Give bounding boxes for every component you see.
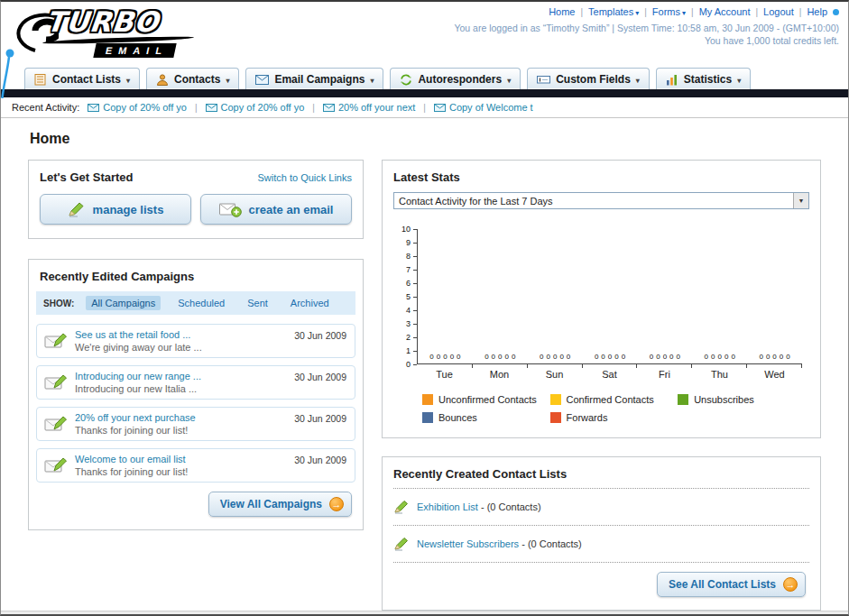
bar-columns: 00000 [484, 354, 515, 362]
recent-activity-item-label: Copy of Welcome t [449, 102, 533, 113]
legend-label: Forwards [567, 412, 608, 423]
view-all-campaigns-button[interactable]: View All Campaigns [208, 492, 352, 517]
login-info: You are logged in as “Timothy Smith” | S… [454, 23, 839, 33]
contacts-icon [156, 74, 169, 86]
arrow-right-icon [329, 497, 344, 511]
right-column: Latest Stats Contact Activity for the La… [382, 160, 821, 611]
email-icon [323, 104, 335, 112]
recent-activity-item[interactable]: Copy of 20% off yo [206, 102, 305, 113]
campaign-row: 20% off your next purchase Thanks for jo… [36, 407, 355, 441]
bar-column: 0 [429, 354, 433, 362]
campaigns-filter-tabs: SHOW: All Campaigns Scheduled Sent Archi… [36, 291, 355, 315]
bar-value-label: 0 [608, 354, 612, 361]
tab-archived[interactable]: Archived [285, 296, 335, 310]
campaign-title-link[interactable]: Introducing our new range ... [75, 371, 201, 382]
dotted-divider [393, 562, 809, 563]
nav-tab-email-campaigns[interactable]: Email Campaigns [245, 68, 383, 89]
top-link-help[interactable]: Help [807, 6, 827, 17]
bar-column: 0 [759, 354, 762, 362]
bar-value-label: 0 [772, 354, 776, 361]
email-campaigns-icon [255, 75, 269, 85]
y-axis-tick-label: 2 [406, 334, 411, 341]
bar-column: 0 [443, 354, 447, 362]
bar-value-label: 0 [553, 354, 557, 361]
nav-tab-contacts[interactable]: Contacts [146, 68, 239, 89]
legend-label: Unconfirmed Contacts [438, 394, 537, 405]
email-icon [206, 104, 217, 112]
bar-columns: 00000 [429, 354, 460, 362]
nav-tab-custom-fields[interactable]: Custom Fields [527, 68, 650, 89]
separator [195, 102, 198, 113]
bar-column: 0 [772, 354, 776, 362]
recent-activity-item[interactable]: 20% off your next [323, 102, 415, 113]
switch-to-quick-links-link[interactable]: Switch to Quick Links [257, 172, 352, 183]
contact-list-link[interactable]: Exhibition List [417, 501, 478, 512]
top-link-my-account[interactable]: My Account [699, 6, 751, 17]
y-axis-tick [413, 297, 417, 298]
legend-swatch [550, 394, 561, 405]
top-link-logout[interactable]: Logout [763, 6, 794, 17]
y-axis-tick [413, 229, 417, 230]
left-column: Let's Get Started Switch to Quick Links … [28, 160, 364, 530]
page: TURBO EMAIL Home Templates Forms My Acco… [0, 0, 849, 616]
get-started-title: Let's Get Started [40, 170, 134, 184]
bar-column: 0 [546, 354, 549, 362]
top-nav: Home Templates Forms My Account Logout H… [454, 6, 839, 17]
recent-activity-item[interactable]: Copy of 20% off yo [88, 102, 187, 113]
manage-lists-label: manage lists [93, 203, 164, 216]
bar-value-label: 0 [443, 354, 447, 361]
recent-activity-bar: Recent Activity: Copy of 20% off yo Copy… [1, 97, 848, 118]
get-started-panel: Let's Get Started Switch to Quick Links … [28, 160, 364, 239]
top-link-home[interactable]: Home [549, 6, 575, 17]
main-content: Home Let's Get Started Switch to Quick L… [1, 118, 848, 611]
nav-tab-contact-lists[interactable]: Contact Lists [24, 68, 140, 89]
nav-tab-autoresponders[interactable]: Autoresponders [390, 68, 521, 89]
tab-scheduled[interactable]: Scheduled [172, 296, 230, 310]
header-right: Home Templates Forms My Account Logout H… [454, 6, 839, 46]
bar-column: 0 [663, 354, 667, 362]
statistics-icon [666, 74, 678, 86]
nav-tab-label: Email Campaigns [274, 73, 365, 86]
bar-column: 0 [669, 354, 673, 362]
bar-value-label: 0 [540, 354, 543, 361]
see-all-contact-lists-label: See All Contact Lists [669, 578, 776, 591]
tab-all-campaigns[interactable]: All Campaigns [86, 296, 161, 310]
page-title: Home [30, 131, 821, 147]
tab-sent[interactable]: Sent [242, 296, 273, 310]
recent-activity-item-label: 20% off your next [338, 102, 415, 113]
campaign-edit-icon [44, 455, 68, 475]
top-link-forms[interactable]: Forms [652, 6, 686, 17]
bar-value-label: 0 [505, 354, 509, 361]
bar-value-label: 0 [622, 354, 625, 361]
create-email-button[interactable]: create an email [200, 194, 352, 225]
contact-list-link[interactable]: Newsletter Subscribers [417, 538, 519, 549]
nav-tab-label: Custom Fields [556, 73, 631, 86]
bar-column: 0 [457, 354, 460, 362]
bar-columns: 00000 [595, 354, 625, 362]
email-icon [88, 104, 99, 112]
contact-lists-icon [34, 74, 47, 86]
stats-filter-value: Contact Activity for the Last 7 Days [399, 196, 553, 207]
bar-value-label: 0 [559, 354, 563, 361]
bar-group: 00000 [747, 229, 802, 363]
bar-value-label: 0 [498, 354, 502, 361]
legend-label: Unsubscribes [694, 394, 754, 405]
legend-label: Bounces [438, 412, 477, 423]
separator [423, 102, 426, 113]
campaign-title-link[interactable]: 20% off your next purchase [75, 412, 196, 423]
manage-lists-button[interactable]: manage lists [40, 194, 191, 225]
y-axis-tick-label: 0 [406, 361, 411, 368]
campaign-title-link[interactable]: See us at the retail food ... [75, 329, 202, 340]
bar-column: 0 [731, 354, 734, 362]
bar-value-label: 0 [546, 354, 549, 361]
bar-columns: 00000 [759, 354, 789, 362]
app-logo[interactable]: TURBO EMAIL [6, 4, 232, 60]
contact-list-count: - (0 Contacts) [521, 538, 582, 549]
see-all-contact-lists-button[interactable]: See All Contact Lists [657, 572, 806, 597]
nav-tab-statistics[interactable]: Statistics [656, 68, 751, 89]
campaign-title-link[interactable]: Welcome to our email list [75, 454, 188, 464]
stats-filter-dropdown[interactable]: Contact Activity for the Last 7 Days [393, 192, 809, 209]
bar-value-label: 0 [731, 354, 734, 361]
recent-activity-item[interactable]: Copy of Welcome t [434, 102, 533, 113]
top-link-templates[interactable]: Templates [588, 6, 639, 17]
